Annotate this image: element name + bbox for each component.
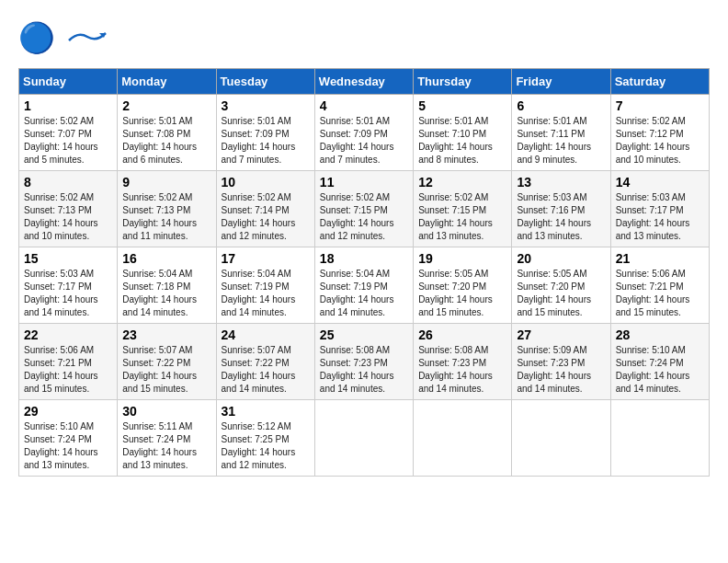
weekday-header-thursday: Thursday <box>414 69 512 95</box>
day-info: Sunrise: 5:08 AMSunset: 7:23 PMDaylight:… <box>320 344 408 396</box>
calendar-cell: 9Sunrise: 5:02 AMSunset: 7:13 PMDaylight… <box>118 171 216 247</box>
header: 🔵 <box>18 18 710 59</box>
day-info: Sunrise: 5:01 AMSunset: 7:10 PMDaylight:… <box>418 115 506 167</box>
calendar-cell: 20Sunrise: 5:05 AMSunset: 7:20 PMDayligh… <box>512 247 610 324</box>
day-info: Sunrise: 5:04 AMSunset: 7:18 PMDaylight:… <box>122 268 210 319</box>
calendar-cell: 11Sunrise: 5:02 AMSunset: 7:15 PMDayligh… <box>314 171 413 247</box>
day-info: Sunrise: 5:02 AMSunset: 7:12 PMDaylight:… <box>616 115 704 167</box>
day-number: 19 <box>418 251 506 266</box>
day-number: 2 <box>122 98 210 113</box>
calendar-week-row: 29Sunrise: 5:10 AMSunset: 7:24 PMDayligh… <box>19 400 710 477</box>
day-number: 29 <box>24 404 112 419</box>
logo: 🔵 <box>18 18 110 59</box>
calendar-cell: 5Sunrise: 5:01 AMSunset: 7:10 PMDaylight… <box>414 95 512 171</box>
calendar-cell: 14Sunrise: 5:03 AMSunset: 7:17 PMDayligh… <box>610 171 709 247</box>
day-number: 1 <box>24 98 112 113</box>
day-number: 31 <box>222 404 310 419</box>
calendar-cell: 30Sunrise: 5:11 AMSunset: 7:24 PMDayligh… <box>118 400 216 477</box>
day-number: 14 <box>616 175 704 190</box>
day-info: Sunrise: 5:06 AMSunset: 7:21 PMDaylight:… <box>616 268 704 319</box>
day-info: Sunrise: 5:03 AMSunset: 7:17 PMDaylight:… <box>24 268 112 319</box>
day-number: 25 <box>320 327 408 342</box>
day-number: 21 <box>616 251 704 266</box>
calendar-cell: 29Sunrise: 5:10 AMSunset: 7:24 PMDayligh… <box>19 400 118 477</box>
calendar-cell: 25Sunrise: 5:08 AMSunset: 7:23 PMDayligh… <box>314 324 413 400</box>
calendar-cell <box>512 400 610 477</box>
day-number: 28 <box>616 327 704 342</box>
calendar-cell <box>414 400 512 477</box>
calendar-cell: 1Sunrise: 5:02 AMSunset: 7:07 PMDaylight… <box>19 95 118 171</box>
day-number: 22 <box>24 327 112 342</box>
page-container: 🔵 SundayMondayTuesdayWednesdayThursdayFr… <box>18 18 710 477</box>
day-info: Sunrise: 5:04 AMSunset: 7:19 PMDaylight:… <box>320 268 408 319</box>
weekday-header-wednesday: Wednesday <box>314 69 413 95</box>
day-info: Sunrise: 5:07 AMSunset: 7:22 PMDaylight:… <box>122 344 210 396</box>
day-number: 20 <box>517 251 605 266</box>
day-info: Sunrise: 5:05 AMSunset: 7:20 PMDaylight:… <box>418 268 506 319</box>
logo-icon: 🔵 <box>18 18 59 59</box>
day-number: 7 <box>616 98 704 113</box>
calendar-cell: 23Sunrise: 5:07 AMSunset: 7:22 PMDayligh… <box>118 324 216 400</box>
day-number: 10 <box>222 175 310 190</box>
calendar-cell: 8Sunrise: 5:02 AMSunset: 7:13 PMDaylight… <box>19 171 118 247</box>
calendar-cell: 3Sunrise: 5:01 AMSunset: 7:09 PMDaylight… <box>216 95 314 171</box>
day-info: Sunrise: 5:01 AMSunset: 7:09 PMDaylight:… <box>320 115 408 167</box>
day-info: Sunrise: 5:06 AMSunset: 7:21 PMDaylight:… <box>24 344 112 396</box>
calendar-cell: 12Sunrise: 5:02 AMSunset: 7:15 PMDayligh… <box>414 171 512 247</box>
day-number: 6 <box>517 98 605 113</box>
day-info: Sunrise: 5:12 AMSunset: 7:25 PMDaylight:… <box>222 420 310 472</box>
calendar-cell: 15Sunrise: 5:03 AMSunset: 7:17 PMDayligh… <box>19 247 118 324</box>
day-number: 23 <box>122 327 210 342</box>
day-info: Sunrise: 5:02 AMSunset: 7:13 PMDaylight:… <box>122 191 210 243</box>
day-info: Sunrise: 5:02 AMSunset: 7:07 PMDaylight:… <box>24 115 112 167</box>
calendar-cell: 2Sunrise: 5:01 AMSunset: 7:08 PMDaylight… <box>118 95 216 171</box>
calendar-cell <box>314 400 413 477</box>
calendar-cell <box>610 400 709 477</box>
day-info: Sunrise: 5:02 AMSunset: 7:14 PMDaylight:… <box>222 191 310 243</box>
calendar-week-row: 1Sunrise: 5:02 AMSunset: 7:07 PMDaylight… <box>19 95 710 171</box>
calendar-table: SundayMondayTuesdayWednesdayThursdayFrid… <box>18 68 710 477</box>
day-info: Sunrise: 5:05 AMSunset: 7:20 PMDaylight:… <box>517 268 605 319</box>
weekday-header-monday: Monday <box>118 69 216 95</box>
day-info: Sunrise: 5:01 AMSunset: 7:08 PMDaylight:… <box>122 115 210 167</box>
calendar-cell: 6Sunrise: 5:01 AMSunset: 7:11 PMDaylight… <box>512 95 610 171</box>
day-number: 11 <box>320 175 408 190</box>
day-number: 16 <box>122 251 210 266</box>
calendar-cell: 24Sunrise: 5:07 AMSunset: 7:22 PMDayligh… <box>216 324 314 400</box>
day-number: 18 <box>320 251 408 266</box>
day-info: Sunrise: 5:09 AMSunset: 7:23 PMDaylight:… <box>517 344 605 396</box>
day-info: Sunrise: 5:02 AMSunset: 7:15 PMDaylight:… <box>418 191 506 243</box>
weekday-header-saturday: Saturday <box>610 69 709 95</box>
day-number: 4 <box>320 98 408 113</box>
day-number: 8 <box>24 175 112 190</box>
calendar-cell: 13Sunrise: 5:03 AMSunset: 7:16 PMDayligh… <box>512 171 610 247</box>
day-info: Sunrise: 5:03 AMSunset: 7:17 PMDaylight:… <box>616 191 704 243</box>
day-number: 30 <box>122 404 210 419</box>
calendar-cell: 27Sunrise: 5:09 AMSunset: 7:23 PMDayligh… <box>512 324 610 400</box>
weekday-header-friday: Friday <box>512 69 610 95</box>
calendar-cell: 10Sunrise: 5:02 AMSunset: 7:14 PMDayligh… <box>216 171 314 247</box>
day-number: 13 <box>517 175 605 190</box>
day-info: Sunrise: 5:07 AMSunset: 7:22 PMDaylight:… <box>222 344 310 396</box>
calendar-cell: 16Sunrise: 5:04 AMSunset: 7:18 PMDayligh… <box>118 247 216 324</box>
calendar-cell: 28Sunrise: 5:10 AMSunset: 7:24 PMDayligh… <box>610 324 709 400</box>
calendar-cell: 7Sunrise: 5:02 AMSunset: 7:12 PMDaylight… <box>610 95 709 171</box>
svg-text:🔵: 🔵 <box>18 20 55 55</box>
calendar-cell: 19Sunrise: 5:05 AMSunset: 7:20 PMDayligh… <box>414 247 512 324</box>
day-info: Sunrise: 5:04 AMSunset: 7:19 PMDaylight:… <box>222 268 310 319</box>
day-number: 24 <box>222 327 310 342</box>
day-number: 26 <box>418 327 506 342</box>
day-info: Sunrise: 5:08 AMSunset: 7:23 PMDaylight:… <box>418 344 506 396</box>
weekday-header-sunday: Sunday <box>19 69 118 95</box>
day-info: Sunrise: 5:10 AMSunset: 7:24 PMDaylight:… <box>616 344 704 396</box>
day-info: Sunrise: 5:10 AMSunset: 7:24 PMDaylight:… <box>24 420 112 472</box>
calendar-cell: 31Sunrise: 5:12 AMSunset: 7:25 PMDayligh… <box>216 400 314 477</box>
logo-text <box>64 29 110 48</box>
day-info: Sunrise: 5:01 AMSunset: 7:11 PMDaylight:… <box>517 115 605 167</box>
day-number: 5 <box>418 98 506 113</box>
day-number: 3 <box>222 98 310 113</box>
calendar-week-row: 8Sunrise: 5:02 AMSunset: 7:13 PMDaylight… <box>19 171 710 247</box>
calendar-cell: 18Sunrise: 5:04 AMSunset: 7:19 PMDayligh… <box>314 247 413 324</box>
day-info: Sunrise: 5:02 AMSunset: 7:15 PMDaylight:… <box>320 191 408 243</box>
day-info: Sunrise: 5:11 AMSunset: 7:24 PMDaylight:… <box>122 420 210 472</box>
